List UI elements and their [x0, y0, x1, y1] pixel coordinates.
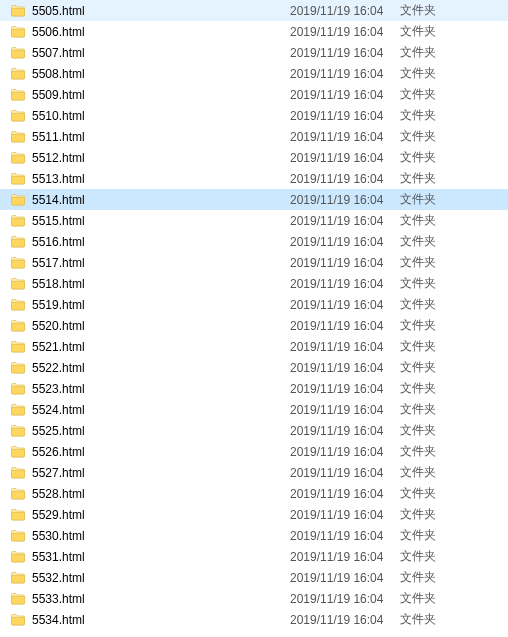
file-name-label: 5505.html: [32, 4, 85, 18]
file-row[interactable]: 5508.html2019/11/19 16:04文件夹: [0, 63, 508, 84]
file-row[interactable]: 5516.html2019/11/19 16:04文件夹: [0, 231, 508, 252]
file-row[interactable]: 5505.html2019/11/19 16:04文件夹: [0, 0, 508, 21]
file-name-label: 5529.html: [32, 508, 85, 522]
file-date-cell: 2019/11/19 16:04: [290, 613, 400, 627]
file-name-cell: 5519.html: [10, 297, 290, 313]
file-name-label: 5526.html: [32, 445, 85, 459]
file-type-cell: 文件夹: [400, 44, 470, 61]
file-name-cell: 5507.html: [10, 45, 290, 61]
file-row[interactable]: 5509.html2019/11/19 16:04文件夹: [0, 84, 508, 105]
file-name-cell: 5520.html: [10, 318, 290, 334]
file-date-cell: 2019/11/19 16:04: [290, 4, 400, 18]
file-date-cell: 2019/11/19 16:04: [290, 529, 400, 543]
file-row[interactable]: 5530.html2019/11/19 16:04文件夹: [0, 525, 508, 546]
file-row[interactable]: 5528.html2019/11/19 16:04文件夹: [0, 483, 508, 504]
folder-icon: [10, 276, 26, 292]
file-row[interactable]: 5526.html2019/11/19 16:04文件夹: [0, 441, 508, 462]
folder-icon: [10, 339, 26, 355]
file-row[interactable]: 5512.html2019/11/19 16:04文件夹: [0, 147, 508, 168]
file-row[interactable]: 5523.html2019/11/19 16:04文件夹: [0, 378, 508, 399]
folder-icon: [10, 255, 26, 271]
file-row[interactable]: 5534.html2019/11/19 16:04文件夹: [0, 609, 508, 630]
file-row[interactable]: 5525.html2019/11/19 16:04文件夹: [0, 420, 508, 441]
file-date-cell: 2019/11/19 16:04: [290, 361, 400, 375]
file-date-cell: 2019/11/19 16:04: [290, 592, 400, 606]
file-row[interactable]: 5521.html2019/11/19 16:04文件夹: [0, 336, 508, 357]
file-name-cell: 5522.html: [10, 360, 290, 376]
file-row[interactable]: 5515.html2019/11/19 16:04文件夹: [0, 210, 508, 231]
folder-icon: [10, 213, 26, 229]
file-name-label: 5519.html: [32, 298, 85, 312]
file-name-label: 5523.html: [32, 382, 85, 396]
file-name-label: 5518.html: [32, 277, 85, 291]
file-row[interactable]: 5529.html2019/11/19 16:04文件夹: [0, 504, 508, 525]
file-row[interactable]: 5507.html2019/11/19 16:04文件夹: [0, 42, 508, 63]
file-date-cell: 2019/11/19 16:04: [290, 571, 400, 585]
file-type-cell: 文件夹: [400, 65, 470, 82]
file-name-cell: 5527.html: [10, 465, 290, 481]
file-row[interactable]: 5522.html2019/11/19 16:04文件夹: [0, 357, 508, 378]
file-name-label: 5524.html: [32, 403, 85, 417]
file-name-label: 5517.html: [32, 256, 85, 270]
file-row[interactable]: 5518.html2019/11/19 16:04文件夹: [0, 273, 508, 294]
file-name-cell: 5534.html: [10, 612, 290, 628]
file-name-label: 5507.html: [32, 46, 85, 60]
file-name-label: 5534.html: [32, 613, 85, 627]
file-list: 5505.html2019/11/19 16:04文件夹 5506.html20…: [0, 0, 508, 630]
file-type-cell: 文件夹: [400, 296, 470, 313]
file-row[interactable]: 5524.html2019/11/19 16:04文件夹: [0, 399, 508, 420]
file-date-cell: 2019/11/19 16:04: [290, 88, 400, 102]
file-type-cell: 文件夹: [400, 401, 470, 418]
file-row[interactable]: 5520.html2019/11/19 16:04文件夹: [0, 315, 508, 336]
folder-icon: [10, 3, 26, 19]
file-row[interactable]: 5527.html2019/11/19 16:04文件夹: [0, 462, 508, 483]
file-date-cell: 2019/11/19 16:04: [290, 445, 400, 459]
file-row[interactable]: 5514.html2019/11/19 16:04文件夹: [0, 189, 508, 210]
file-row[interactable]: 5517.html2019/11/19 16:04文件夹: [0, 252, 508, 273]
file-name-label: 5513.html: [32, 172, 85, 186]
file-name-label: 5533.html: [32, 592, 85, 606]
file-name-label: 5509.html: [32, 88, 85, 102]
file-date-cell: 2019/11/19 16:04: [290, 25, 400, 39]
file-date-cell: 2019/11/19 16:04: [290, 298, 400, 312]
file-date-cell: 2019/11/19 16:04: [290, 277, 400, 291]
file-row[interactable]: 5513.html2019/11/19 16:04文件夹: [0, 168, 508, 189]
file-row[interactable]: 5511.html2019/11/19 16:04文件夹: [0, 126, 508, 147]
folder-icon: [10, 570, 26, 586]
file-name-cell: 5524.html: [10, 402, 290, 418]
file-name-cell: 5531.html: [10, 549, 290, 565]
file-row[interactable]: 5519.html2019/11/19 16:04文件夹: [0, 294, 508, 315]
file-name-cell: 5525.html: [10, 423, 290, 439]
file-date-cell: 2019/11/19 16:04: [290, 508, 400, 522]
file-row[interactable]: 5510.html2019/11/19 16:04文件夹: [0, 105, 508, 126]
file-name-label: 5521.html: [32, 340, 85, 354]
folder-icon: [10, 171, 26, 187]
file-date-cell: 2019/11/19 16:04: [290, 487, 400, 501]
folder-icon: [10, 24, 26, 40]
file-type-cell: 文件夹: [400, 23, 470, 40]
file-name-cell: 5515.html: [10, 213, 290, 229]
file-name-cell: 5510.html: [10, 108, 290, 124]
file-type-cell: 文件夹: [400, 233, 470, 250]
file-name-cell: 5509.html: [10, 87, 290, 103]
folder-icon: [10, 444, 26, 460]
file-name-label: 5531.html: [32, 550, 85, 564]
folder-icon: [10, 234, 26, 250]
file-type-cell: 文件夹: [400, 569, 470, 586]
file-row[interactable]: 5533.html2019/11/19 16:04文件夹: [0, 588, 508, 609]
file-type-cell: 文件夹: [400, 317, 470, 334]
file-name-cell: 5533.html: [10, 591, 290, 607]
file-row[interactable]: 5506.html2019/11/19 16:04文件夹: [0, 21, 508, 42]
folder-icon: [10, 402, 26, 418]
file-type-cell: 文件夹: [400, 359, 470, 376]
folder-icon: [10, 318, 26, 334]
file-name-label: 5515.html: [32, 214, 85, 228]
file-date-cell: 2019/11/19 16:04: [290, 214, 400, 228]
file-type-cell: 文件夹: [400, 170, 470, 187]
file-row[interactable]: 5532.html2019/11/19 16:04文件夹: [0, 567, 508, 588]
file-name-label: 5520.html: [32, 319, 85, 333]
file-row[interactable]: 5531.html2019/11/19 16:04文件夹: [0, 546, 508, 567]
file-name-label: 5516.html: [32, 235, 85, 249]
file-name-cell: 5528.html: [10, 486, 290, 502]
file-type-cell: 文件夹: [400, 149, 470, 166]
